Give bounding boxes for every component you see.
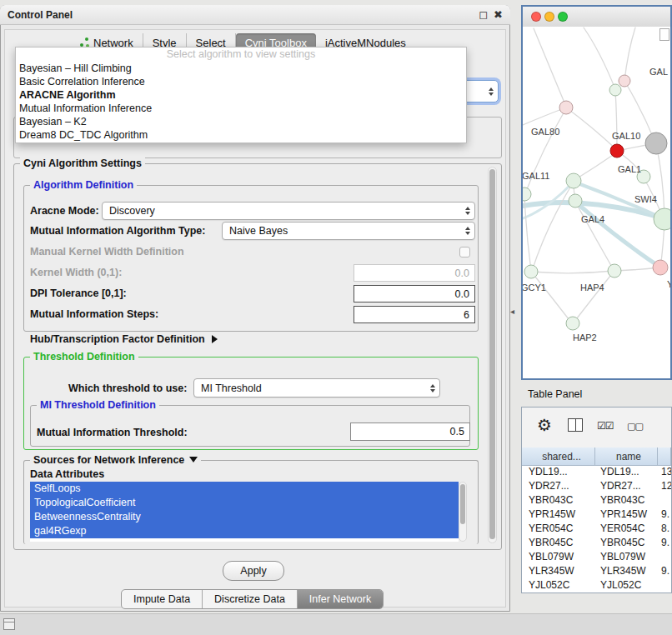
manual-kernel-label: Manual Kernel Width Definition — [30, 246, 184, 258]
chevron-down-icon — [189, 457, 198, 462]
tab-discretize-data[interactable]: Discretize Data — [203, 590, 298, 608]
network-node-gcy1[interactable] — [524, 265, 538, 278]
network-edge[interactable] — [575, 202, 614, 270]
aracne-mode-label: Aracne Mode: — [30, 205, 99, 217]
table-row[interactable]: YBL079WYBL079W — [522, 551, 671, 565]
table-cell: YJL052C — [595, 579, 658, 592]
table-row[interactable]: YLR345WYLR345W9. — [522, 565, 671, 579]
bottom-strip — [0, 613, 672, 635]
network-scroll-corner — [659, 28, 669, 41]
table-row[interactable]: YBR045CYBR045C9. — [522, 537, 671, 551]
network-node-green-left-mid[interactable] — [523, 188, 531, 201]
table-row[interactable]: YDR27...YDR27...12 — [522, 480, 671, 494]
network-edge[interactable] — [574, 152, 618, 180]
network-edge[interactable] — [574, 272, 614, 322]
network-node-green-top[interactable] — [609, 84, 621, 96]
network-node-gal10[interactable] — [610, 144, 624, 158]
attributes-scrollbar-thumb[interactable] — [460, 484, 465, 524]
combo-stepper-icon — [465, 207, 470, 215]
column-header-1[interactable]: shared... — [522, 448, 595, 465]
settings-scrollbar-thumb[interactable] — [489, 169, 495, 539]
algorithm-option-bayesian-hill-climbing[interactable]: Bayesian – Hill Climbing — [16, 62, 466, 75]
close-window-icon[interactable]: ✖ — [494, 8, 503, 21]
network-edge[interactable] — [584, 28, 615, 89]
network-node-gal11[interactable] — [566, 173, 581, 188]
table-cell: YPR145W — [522, 508, 595, 522]
network-edge[interactable] — [532, 182, 574, 271]
column-header-3[interactable] — [658, 448, 671, 465]
close-traffic-light-icon[interactable] — [531, 12, 541, 22]
table-cell: 9. — [658, 537, 671, 551]
table-header-row: shared...name — [522, 448, 671, 466]
algorithm-option-dream8-dc-tdc-algorithm[interactable]: Dream8 DC_TDC Algorithm — [16, 128, 466, 142]
table-panel-title: Table Panel — [528, 388, 582, 400]
network-node-label: GAL11 — [523, 171, 549, 181]
gear-icon[interactable]: ⚙ — [537, 415, 552, 435]
table-row[interactable]: YER054CYER054C8. — [522, 522, 671, 537]
control-panel-titlebar[interactable]: Control Panel ◻ ✖ — [0, 5, 510, 25]
network-edge[interactable] — [532, 272, 572, 323]
network-node-label: GAL80 — [531, 127, 559, 137]
zoom-traffic-light-icon[interactable] — [558, 12, 568, 22]
tab-infer-network[interactable]: Infer Network — [298, 590, 383, 608]
network-node-gal1-gray[interactable] — [645, 132, 667, 154]
network-edge[interactable] — [615, 90, 617, 150]
aracne-mode-select[interactable]: Discovery — [102, 202, 475, 220]
network-window-titlebar[interactable] — [523, 7, 670, 28]
table-cell: YLR345W — [595, 565, 658, 579]
manual-kernel-checkbox[interactable] — [459, 247, 470, 258]
splitter-collapse-arrow[interactable]: ◂ — [510, 307, 514, 316]
table-row[interactable]: YJL052CYJL052C — [522, 579, 671, 592]
checked-boxes-icon[interactable]: ☑☑ — [597, 420, 614, 432]
threshold-definition-title: Threshold Definition — [30, 351, 138, 362]
attributes-scrollbar[interactable] — [459, 482, 467, 542]
mi-threshold-field[interactable]: 0.5 — [350, 422, 470, 441]
tab-impute-data[interactable]: Impute Data — [122, 590, 203, 608]
network-edge[interactable] — [656, 144, 664, 218]
attribute-item-gal4rgexp[interactable]: gal4RGexp — [30, 524, 459, 538]
mi-steps-field[interactable]: 6 — [354, 306, 475, 323]
network-node-pink-top-left[interactable] — [559, 101, 573, 114]
sources-toggle[interactable]: Sources for Network Inference — [30, 454, 201, 466]
algorithm-popup-items: Bayesian – Hill ClimbingBasic Correlatio… — [16, 62, 466, 142]
mi-threshold-value: 0.5 — [450, 426, 464, 438]
table-row[interactable]: YBR043CYBR043C — [522, 494, 671, 508]
mi-threshold-group-title: MI Threshold Definition — [37, 399, 159, 411]
mi-type-select[interactable]: Naive Bayes — [222, 222, 475, 240]
network-node-hap2[interactable] — [566, 317, 579, 330]
panel-toggle-icon[interactable] — [3, 618, 15, 630]
algorithm-option-basic-correlation-inference[interactable]: Basic Correlation Inference — [16, 75, 466, 88]
table-row[interactable]: YPR145WYPR145W9. — [522, 508, 671, 522]
network-node-swi4[interactable] — [654, 208, 670, 230]
network-node-pink-top[interactable] — [619, 75, 630, 87]
table-row[interactable]: YDL19...YDL19...13 — [522, 466, 671, 480]
minimize-traffic-light-icon[interactable] — [544, 12, 554, 22]
columns-icon[interactable] — [568, 418, 583, 432]
sources-label: Sources for Network Inference — [33, 454, 184, 466]
float-window-icon[interactable]: ◻ — [479, 8, 488, 21]
attribute-item-betweennesscentrality[interactable]: BetweennessCentrality — [30, 510, 459, 524]
column-header-2[interactable]: name — [595, 448, 658, 465]
network-node-pink-right[interactable] — [653, 260, 668, 275]
hub-section-toggle[interactable]: Hub/Transcription Factor Definition — [30, 333, 218, 345]
algorithm-option-bayesian-k2[interactable]: Bayesian – K2 — [16, 115, 466, 128]
unchecked-boxes-icon[interactable]: ▢▢ — [627, 421, 643, 432]
network-edge[interactable] — [624, 28, 635, 81]
network-canvas[interactable]: GAL80GALGAL10GAL1GAL11SWI4GAL4GCY1HAP4HA… — [523, 27, 670, 378]
algorithm-option-aracne-algorithm[interactable]: ARACNE Algorithm — [16, 88, 466, 102]
which-threshold-select[interactable]: MI Threshold — [193, 378, 440, 398]
dpi-tolerance-field[interactable]: 0.0 — [354, 285, 475, 302]
network-node-label: SWI4 — [634, 194, 657, 204]
settings-scrollbar[interactable] — [488, 167, 497, 543]
network-edge[interactable] — [532, 271, 614, 273]
apply-button[interactable]: Apply — [223, 561, 284, 581]
network-node-gal4[interactable] — [569, 194, 582, 208]
network-edge[interactable] — [534, 28, 566, 107]
network-node-hap4[interactable] — [608, 264, 621, 278]
table-body: YDL19...YDL19...13YDR27...YDR27...12YBR0… — [522, 466, 671, 592]
attribute-item-topologicalcoefficient[interactable]: TopologicalCoefficient — [30, 496, 459, 510]
attribute-item-selfloops[interactable]: SelfLoops — [30, 482, 459, 496]
algorithm-option-mutual-information-inference[interactable]: Mutual Information Inference — [16, 102, 466, 115]
kernel-width-field[interactable]: 0.0 — [354, 264, 475, 282]
network-edge[interactable] — [566, 108, 617, 150]
